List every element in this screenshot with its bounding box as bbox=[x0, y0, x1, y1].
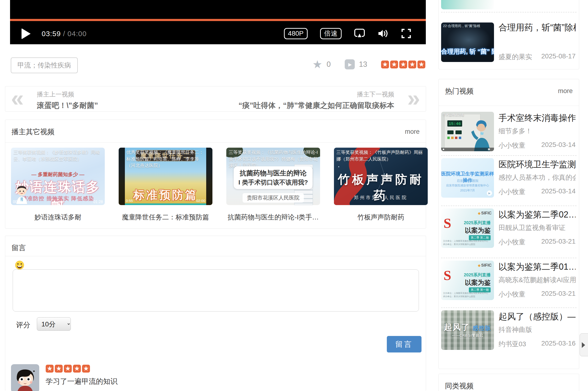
prev-video-title[interactable]: 滚蛋吧！\"多耐菌” bbox=[37, 100, 98, 110]
sidebar-video-thumbnail[interactable]: 15:46 手术室终末消毒 bbox=[441, 112, 494, 151]
prev-next-card: « 播主上一视频 滚蛋吧！\"多耐菌” 播主下一视频 “痰”吐得体，“肺”常健康… bbox=[5, 86, 426, 111]
sidebar-video-title[interactable]: 起风了（感控版）—… bbox=[499, 311, 576, 323]
sidebar-latest-card: 22-合理用药，斩“菌”除根 合理用药, 斩 “菌” 除根 合理用药，斩“菌”除… bbox=[438, 0, 579, 69]
sidebar-video-date: 2025-08-17 bbox=[541, 52, 576, 62]
sidebar-video-date: 2025-03-21 bbox=[541, 238, 576, 247]
dashed-divider bbox=[441, 258, 577, 258]
other-video-title[interactable]: 妙语连珠话多耐 bbox=[11, 213, 105, 222]
sidebar-video-author[interactable]: 约书亚03 bbox=[499, 340, 526, 349]
comment-text: 学习了一遍甲流的知识 bbox=[46, 377, 117, 387]
other-video-thumbnail[interactable]: 三等奖获奖视频：《竹板声声防耐药》周丽娜（郑州市第二人民医院） 竹板声声防耐药 … bbox=[334, 148, 428, 205]
sidebar-video-date: 2025-03-21 bbox=[541, 290, 576, 299]
views-icon bbox=[345, 59, 355, 69]
video-meta-row: 甲流；传染性疾病 ★ 0 13 bbox=[10, 57, 426, 72]
views-count: 13 bbox=[359, 60, 367, 69]
star-icon bbox=[64, 365, 72, 373]
sidebar-video-title[interactable]: 手术室终末消毒操作… bbox=[499, 112, 576, 124]
sidebar-video-title[interactable]: 以案为鉴第二季01… bbox=[499, 261, 576, 273]
next-chevron-icon[interactable]: » bbox=[407, 86, 420, 110]
arrow-icon bbox=[582, 342, 585, 348]
sidebar-video-author[interactable]: 小小牧童 bbox=[499, 187, 525, 196]
dashed-divider bbox=[441, 155, 577, 156]
sidebar-video-thumbnail[interactable]: 起风了 感控版 ——CRBSI零容忍 bbox=[441, 310, 494, 350]
sidebar-video-author[interactable]: 小小牧童 bbox=[499, 290, 525, 299]
uploader-other-videos-card: 播主其它视频 more 三等奖获奖视频：《妙语连珠话多耐》周峻云、李亚晗（东部战… bbox=[5, 120, 426, 228]
thumbnail-caption: 三等奖获奖视频：《妙语连珠话多耐》周峻云、李亚晗（东部战区空军医院） bbox=[13, 149, 103, 162]
star-icon bbox=[46, 365, 54, 373]
mini-play-icon: ▶ bbox=[487, 191, 492, 196]
sidebar-video-title[interactable]: 以案为鉴第二季02… bbox=[499, 209, 576, 221]
next-video-label: 播主下一视频 bbox=[239, 90, 394, 98]
volume-icon[interactable] bbox=[377, 29, 389, 38]
star-icon[interactable] bbox=[418, 61, 425, 68]
sidebar-video-title[interactable]: 医院环境卫生学监测… bbox=[499, 159, 576, 170]
sidebar-video-date: 2025-03-16 bbox=[541, 340, 576, 349]
dashed-divider bbox=[441, 307, 577, 308]
progress-bar[interactable] bbox=[10, 19, 426, 21]
sidebar-video-author[interactable]: 小小牧童 bbox=[499, 238, 525, 247]
prev-chevron-icon[interactable]: « bbox=[11, 86, 24, 110]
sidebar-video-sub: 抖音神曲版 bbox=[499, 325, 576, 334]
other-video-thumbnail[interactable]: 三等奖获奖视频：《抗菌药物与医生的辩论-I类手术切口该不该用我?》韩健梅（贵阳市… bbox=[226, 148, 320, 205]
star-icon[interactable] bbox=[399, 61, 407, 68]
hot-videos-more-link[interactable]: more bbox=[558, 87, 573, 95]
sidebar-partial-thumbnail[interactable] bbox=[441, 0, 494, 9]
comments-heading: 留言 bbox=[11, 243, 26, 253]
star-icon bbox=[82, 365, 90, 373]
comment-textarea[interactable] bbox=[13, 270, 419, 311]
next-video-title[interactable]: “痰”吐得体，“肺”常健康之如何正确留取痰标本 bbox=[239, 100, 394, 110]
prev-video-link[interactable]: 播主上一视频 滚蛋吧！\"多耐菌” bbox=[37, 90, 98, 110]
time-display: 03:59 / 04:00 bbox=[42, 30, 86, 38]
quality-button[interactable]: 480P bbox=[284, 28, 308, 39]
score-select[interactable]: 10分 bbox=[37, 317, 71, 331]
divider bbox=[439, 105, 579, 106]
sidebar-video-thumbnail[interactable]: 医院环境卫生学监测采样操作 启东市人民医院 启东市医院感染管理质量控制中心 20… bbox=[441, 158, 494, 198]
star-icon[interactable] bbox=[381, 61, 389, 68]
sidebar-video-thumbnail[interactable]: S SIFIC 2025系列直播 以案为鉴 第二季 第二期 主办单位：上海斯菲克… bbox=[441, 208, 494, 248]
emoji-icon[interactable] bbox=[15, 260, 24, 270]
score-label: 评分 bbox=[16, 320, 30, 330]
sidebar-video-author[interactable]: 小小牧童 bbox=[499, 141, 525, 150]
sidebar-video-thumbnail[interactable]: S SIFIC 2025系列直播 以案为鉴 第二季 第一期 主办单位：上海斯菲克… bbox=[441, 261, 494, 300]
video-tag[interactable]: 甲流；传染性疾病 bbox=[11, 57, 78, 73]
hot-videos-heading: 热门视频 bbox=[445, 86, 474, 96]
related-videos-heading: 同类视频 bbox=[445, 381, 474, 391]
scroll-widget[interactable] bbox=[580, 333, 588, 356]
other-video-title[interactable]: 抗菌药物与医生的辩论-I类手… bbox=[226, 213, 320, 222]
play-icon[interactable] bbox=[21, 28, 31, 39]
divider bbox=[5, 142, 426, 143]
favorites-count: 0 bbox=[327, 60, 331, 69]
favorite-star-icon[interactable]: ★ bbox=[312, 59, 322, 70]
sidebar-video-thumbnail[interactable]: 22-合理用药，斩“菌”除根 合理用药, 斩 “菌” 除根 bbox=[441, 22, 494, 62]
prev-video-label: 播主上一视频 bbox=[37, 90, 98, 98]
dashed-divider bbox=[441, 205, 577, 206]
sidebar-video-date: 2025-03-14 bbox=[541, 187, 576, 196]
next-video-link[interactable]: 播主下一视频 “痰”吐得体，“肺”常健康之如何正确留取痰标本 bbox=[239, 90, 394, 110]
other-video-title[interactable]: 魔童降世任务二：标准预防篇 bbox=[119, 213, 212, 222]
hot-videos-card: 热门视频 more 15:46 手术室终末消毒 手术室终末消毒操作… 细节多多！… bbox=[438, 79, 579, 369]
star-icon[interactable] bbox=[408, 61, 416, 68]
star-icon bbox=[73, 365, 81, 373]
fullscreen-icon[interactable] bbox=[401, 29, 411, 38]
current-time: 03:59 bbox=[42, 30, 61, 38]
sidebar-video-sub: 高晓东&范鹏超解读AI应用 bbox=[499, 276, 576, 285]
sidebar-video-title[interactable]: 合理用药，斩“菌”除根 bbox=[499, 22, 576, 33]
speed-button[interactable]: 倍速 bbox=[320, 28, 341, 39]
cast-icon[interactable] bbox=[354, 28, 365, 38]
comments-card: 留言 评分 10分 留言 学习了一遍甲流的知识 bbox=[5, 236, 426, 391]
other-videos-more-link[interactable]: more bbox=[405, 128, 420, 135]
other-video-thumbnail[interactable]: 魔童降世任务二 优秀奖获奖视频：《魔童降世任务二：标准预防篇》时培英、陈峥、李李… bbox=[119, 148, 212, 205]
other-video-title[interactable]: 竹板声声防耐药 bbox=[334, 213, 428, 222]
sidebar-video-date: 2025-03-14 bbox=[541, 141, 576, 150]
other-video-thumbnail[interactable]: 三等奖获奖视频：《妙语连珠话多耐》周峻云、李亚晗（东部战区空军医院） — 多重耐… bbox=[11, 148, 105, 205]
video-player[interactable]: 03:59 / 04:00 480P 倍速 bbox=[10, 0, 426, 44]
other-videos-heading: 播主其它视频 bbox=[11, 127, 55, 137]
star-icon[interactable] bbox=[390, 61, 398, 68]
star-icon bbox=[55, 365, 63, 373]
submit-comment-button[interactable]: 留言 bbox=[387, 336, 421, 353]
sidebar-video-author[interactable]: 盛夏的果实 bbox=[499, 52, 532, 62]
svg-text:15:46: 15:46 bbox=[448, 121, 461, 126]
video-rating-stars[interactable] bbox=[381, 61, 425, 68]
video-page: 03:59 / 04:00 480P 倍速 甲流；传染性疾病 ★ 0 bbox=[0, 0, 588, 391]
thumbnail-caption: 优秀奖获奖视频：《魔童降世任务二：标准预防篇》时培英、陈峥、李李等（河北燕达医院… bbox=[126, 149, 205, 169]
